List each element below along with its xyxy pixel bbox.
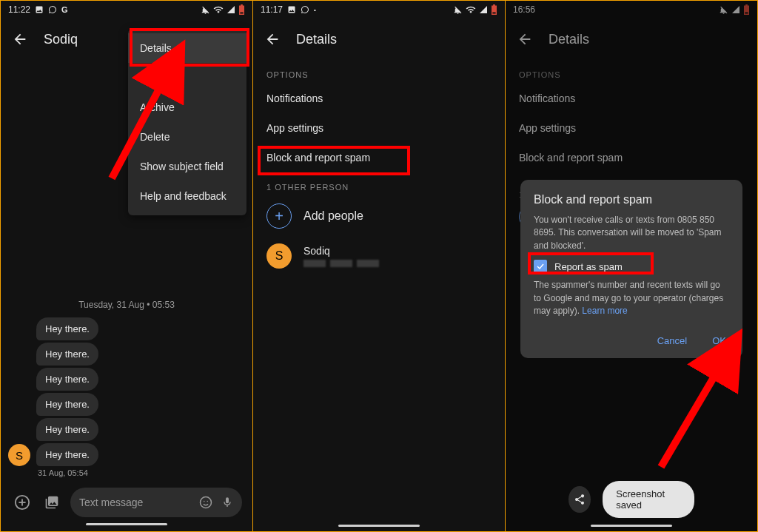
status-bar: 11:17 • — [253, 1, 505, 18]
status-bar: 11:22 G — [1, 1, 252, 18]
contact-avatar[interactable]: S — [8, 444, 30, 466]
wifi-icon — [466, 4, 476, 15]
menu-starred[interactable]: Starred — [128, 63, 246, 92]
status-time: 11:17 — [261, 4, 283, 15]
battery-low-icon — [238, 4, 245, 15]
compose-placeholder: Text message — [79, 496, 143, 508]
date-separator: Tuesday, 31 Aug • 05:53 — [8, 300, 245, 310]
report-spam-row[interactable]: Report as spam — [534, 260, 729, 273]
svg-point-5 — [204, 501, 205, 502]
message-bubble[interactable]: Hey there. — [36, 443, 98, 466]
photo-icon — [287, 5, 296, 14]
cancel-button[interactable]: Cancel — [654, 331, 690, 351]
signal-icon — [479, 5, 488, 14]
compose-input[interactable]: Text message — [70, 488, 242, 517]
section-other-person-label: 1 OTHER PERSON — [253, 172, 505, 196]
add-people-label: Add people — [303, 209, 363, 223]
menu-help[interactable]: Help and feedback — [128, 181, 246, 211]
ok-button[interactable]: OK — [709, 331, 729, 351]
message-bubble[interactable]: Hey there. — [36, 317, 98, 340]
contact-avatar: S — [266, 243, 292, 269]
menu-archive[interactable]: Archive — [128, 92, 246, 122]
section-options-label: OPTIONS — [253, 60, 505, 84]
contact-row[interactable]: S Sodiq — [253, 236, 505, 276]
menu-details[interactable]: Details — [128, 33, 246, 63]
emoji-icon[interactable] — [199, 496, 212, 509]
page-title: Details — [296, 32, 337, 47]
menu-delete[interactable]: Delete — [128, 122, 246, 152]
overflow-menu: Details Starred Archive Delete Show subj… — [128, 29, 246, 215]
message-bubble[interactable]: Hey there. — [36, 393, 98, 416]
add-icon: + — [266, 203, 292, 229]
snackbar: Screenshot saved — [568, 481, 694, 518]
mute-notification-icon — [201, 5, 210, 15]
whatsapp-icon — [301, 5, 309, 14]
svg-point-4 — [201, 497, 212, 508]
contact-number-redacted — [303, 260, 379, 267]
learn-more-link[interactable]: Learn more — [582, 306, 627, 316]
screenshot-3: 16:56 Details OPTIONS Notifications App … — [506, 0, 758, 532]
screenshot-1: 11:22 G Sodiq Details Starred Archive De… — [0, 0, 253, 532]
gallery-button[interactable] — [41, 491, 63, 514]
gesture-handle — [338, 525, 420, 527]
compose-bar: Text message — [8, 483, 245, 520]
gesture-handle — [591, 525, 672, 527]
battery-low-icon — [491, 4, 497, 15]
back-button[interactable] — [264, 30, 281, 48]
snackbar-text[interactable]: Screenshot saved — [603, 481, 694, 518]
menu-show-subject[interactable]: Show subject field — [128, 152, 246, 181]
option-notifications[interactable]: Notifications — [253, 84, 505, 113]
details-header: Details — [253, 18, 505, 60]
dot-icon: • — [314, 7, 316, 13]
google-icon: G — [61, 5, 68, 14]
contact-name: Sodiq — [44, 32, 78, 47]
option-app-settings[interactable]: App settings — [253, 113, 505, 143]
contact-name-text: Sodiq — [303, 245, 379, 257]
add-people-row[interactable]: + Add people — [253, 196, 505, 236]
mute-notification-icon — [453, 5, 463, 15]
share-icon[interactable] — [568, 486, 591, 513]
message-bubble[interactable]: Hey there. — [36, 343, 98, 366]
whatsapp-icon — [48, 5, 57, 14]
option-block-spam[interactable]: Block and report spam — [253, 143, 505, 172]
svg-point-6 — [207, 501, 209, 502]
checkbox-label: Report as spam — [554, 261, 623, 272]
dialog-title: Block and report spam — [534, 193, 729, 206]
dialog-body: You won't receive calls or texts from 08… — [534, 214, 729, 252]
status-time: 11:22 — [8, 4, 30, 15]
message-bubble[interactable]: Hey there. — [36, 368, 98, 391]
wifi-icon — [213, 4, 224, 15]
add-button[interactable] — [11, 491, 33, 514]
conversation-list: Tuesday, 31 Aug • 05:53 Hey there. Hey t… — [1, 300, 252, 531]
message-bubble[interactable]: Hey there. — [36, 418, 98, 441]
dialog-subtext: The spammer's number and recent texts wi… — [534, 279, 729, 317]
back-button[interactable] — [11, 30, 29, 48]
mic-icon[interactable] — [221, 496, 233, 509]
checkbox-checked-icon[interactable] — [534, 260, 547, 273]
screenshot-2: 11:17 • Details OPTIONS Notifications Ap… — [253, 0, 506, 532]
signal-icon — [227, 5, 235, 14]
message-timestamp: 31 Aug, 05:54 — [38, 468, 245, 477]
gesture-handle — [86, 523, 167, 525]
block-spam-dialog: Block and report spam You won't receive … — [520, 180, 742, 358]
photo-icon — [35, 5, 44, 14]
